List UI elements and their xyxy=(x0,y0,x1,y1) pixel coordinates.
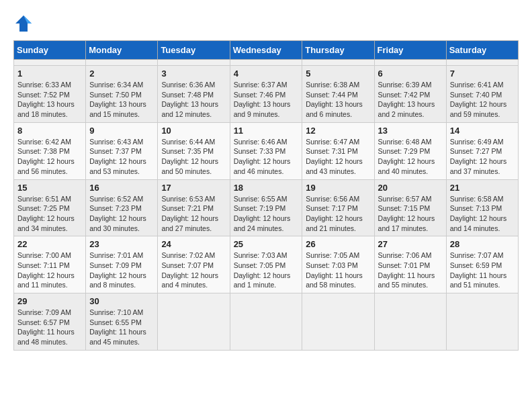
day-info: Sunrise: 7:01 AM Sunset: 7:09 PM Dayligh… xyxy=(89,250,154,290)
day-info: Sunrise: 6:38 AM Sunset: 7:44 PM Dayligh… xyxy=(306,80,370,120)
calendar-cell: 3Sunrise: 6:36 AM Sunset: 7:48 PM Daylig… xyxy=(158,66,230,123)
calendar-cell: 12Sunrise: 6:47 AM Sunset: 7:31 PM Dayli… xyxy=(302,122,374,179)
calendar-cell: 26Sunrise: 7:05 AM Sunset: 7:03 PM Dayli… xyxy=(302,236,374,293)
day-info: Sunrise: 7:06 AM Sunset: 7:01 PM Dayligh… xyxy=(378,250,443,290)
day-number: 21 xyxy=(450,183,515,193)
calendar-cell: 25Sunrise: 7:03 AM Sunset: 7:05 PM Dayli… xyxy=(230,236,302,293)
day-number: 18 xyxy=(234,183,299,193)
calendar-cell: 5Sunrise: 6:38 AM Sunset: 7:44 PM Daylig… xyxy=(302,66,374,123)
col-header-tuesday: Tuesday xyxy=(158,41,230,60)
day-info: Sunrise: 6:57 AM Sunset: 7:15 PM Dayligh… xyxy=(378,194,443,234)
calendar-cell xyxy=(374,293,446,351)
day-info: Sunrise: 6:51 AM Sunset: 7:25 PM Dayligh… xyxy=(17,194,82,234)
calendar-cell: 28Sunrise: 7:07 AM Sunset: 6:59 PM Dayli… xyxy=(446,236,518,293)
day-number: 24 xyxy=(161,239,226,249)
calendar-cell xyxy=(302,60,374,66)
day-number: 19 xyxy=(306,183,370,193)
calendar-cell: 29Sunrise: 7:09 AM Sunset: 6:57 PM Dayli… xyxy=(14,293,86,351)
calendar-cell: 27Sunrise: 7:06 AM Sunset: 7:01 PM Dayli… xyxy=(374,236,446,293)
logo-icon xyxy=(13,13,34,34)
day-info: Sunrise: 6:56 AM Sunset: 7:17 PM Dayligh… xyxy=(306,194,370,234)
day-number: 17 xyxy=(161,183,226,193)
calendar-cell: 21Sunrise: 6:58 AM Sunset: 7:13 PM Dayli… xyxy=(446,179,518,236)
calendar-cell xyxy=(446,60,518,66)
calendar-cell: 17Sunrise: 6:53 AM Sunset: 7:21 PM Dayli… xyxy=(158,179,230,236)
day-info: Sunrise: 6:49 AM Sunset: 7:27 PM Dayligh… xyxy=(450,137,515,177)
day-number: 14 xyxy=(450,126,515,136)
day-number: 22 xyxy=(17,239,82,249)
calendar-cell: 1Sunrise: 6:33 AM Sunset: 7:52 PM Daylig… xyxy=(14,66,86,123)
calendar-cell: 18Sunrise: 6:55 AM Sunset: 7:19 PM Dayli… xyxy=(230,179,302,236)
day-number: 10 xyxy=(161,126,226,136)
day-info: Sunrise: 6:53 AM Sunset: 7:21 PM Dayligh… xyxy=(161,194,226,234)
header xyxy=(13,13,519,34)
day-info: Sunrise: 6:47 AM Sunset: 7:31 PM Dayligh… xyxy=(306,137,370,177)
calendar-cell xyxy=(86,60,158,66)
col-header-monday: Monday xyxy=(86,41,158,60)
day-info: Sunrise: 6:36 AM Sunset: 7:48 PM Dayligh… xyxy=(161,80,226,120)
calendar-cell xyxy=(158,60,230,66)
day-number: 6 xyxy=(378,68,443,79)
day-info: Sunrise: 6:37 AM Sunset: 7:46 PM Dayligh… xyxy=(234,80,299,120)
day-number: 7 xyxy=(450,68,515,79)
day-info: Sunrise: 6:42 AM Sunset: 7:38 PM Dayligh… xyxy=(17,137,82,177)
calendar-cell xyxy=(158,293,230,351)
col-header-thursday: Thursday xyxy=(302,41,374,60)
day-info: Sunrise: 7:00 AM Sunset: 7:11 PM Dayligh… xyxy=(17,250,82,290)
day-number: 3 xyxy=(161,68,226,79)
calendar-cell xyxy=(230,60,302,66)
day-number: 29 xyxy=(17,296,82,306)
day-number: 1 xyxy=(17,68,82,79)
calendar-cell: 2Sunrise: 6:34 AM Sunset: 7:50 PM Daylig… xyxy=(86,66,158,123)
day-number: 2 xyxy=(89,68,154,79)
calendar-cell: 30Sunrise: 7:10 AM Sunset: 6:55 PM Dayli… xyxy=(86,293,158,351)
day-info: Sunrise: 6:44 AM Sunset: 7:35 PM Dayligh… xyxy=(161,137,226,177)
day-info: Sunrise: 6:46 AM Sunset: 7:33 PM Dayligh… xyxy=(234,137,299,177)
day-number: 25 xyxy=(234,239,299,249)
day-number: 13 xyxy=(378,126,443,136)
day-number: 12 xyxy=(306,126,370,136)
day-info: Sunrise: 7:09 AM Sunset: 6:57 PM Dayligh… xyxy=(17,308,82,347)
calendar-cell: 16Sunrise: 6:52 AM Sunset: 7:23 PM Dayli… xyxy=(86,179,158,236)
calendar-cell: 15Sunrise: 6:51 AM Sunset: 7:25 PM Dayli… xyxy=(14,179,86,236)
calendar-cell: 7Sunrise: 6:41 AM Sunset: 7:40 PM Daylig… xyxy=(446,66,518,123)
day-info: Sunrise: 6:43 AM Sunset: 7:37 PM Dayligh… xyxy=(89,137,154,177)
calendar-cell: 14Sunrise: 6:49 AM Sunset: 7:27 PM Dayli… xyxy=(446,122,518,179)
calendar-cell: 20Sunrise: 6:57 AM Sunset: 7:15 PM Dayli… xyxy=(374,179,446,236)
calendar-cell: 6Sunrise: 6:39 AM Sunset: 7:42 PM Daylig… xyxy=(374,66,446,123)
day-info: Sunrise: 7:03 AM Sunset: 7:05 PM Dayligh… xyxy=(234,250,299,290)
day-info: Sunrise: 6:58 AM Sunset: 7:13 PM Dayligh… xyxy=(450,194,515,234)
col-header-wednesday: Wednesday xyxy=(230,41,302,60)
calendar-cell: 4Sunrise: 6:37 AM Sunset: 7:46 PM Daylig… xyxy=(230,66,302,123)
logo xyxy=(13,13,38,34)
day-number: 4 xyxy=(234,68,299,79)
day-info: Sunrise: 6:48 AM Sunset: 7:29 PM Dayligh… xyxy=(378,137,443,177)
day-number: 9 xyxy=(89,126,154,136)
day-number: 11 xyxy=(234,126,299,136)
calendar-cell: 9Sunrise: 6:43 AM Sunset: 7:37 PM Daylig… xyxy=(86,122,158,179)
day-number: 5 xyxy=(306,68,370,79)
day-info: Sunrise: 6:52 AM Sunset: 7:23 PM Dayligh… xyxy=(89,194,154,234)
calendar-cell: 11Sunrise: 6:46 AM Sunset: 7:33 PM Dayli… xyxy=(230,122,302,179)
day-info: Sunrise: 6:34 AM Sunset: 7:50 PM Dayligh… xyxy=(89,80,154,120)
day-number: 27 xyxy=(378,239,443,249)
calendar-cell: 24Sunrise: 7:02 AM Sunset: 7:07 PM Dayli… xyxy=(158,236,230,293)
calendar-cell: 19Sunrise: 6:56 AM Sunset: 7:17 PM Dayli… xyxy=(302,179,374,236)
calendar-cell xyxy=(230,293,302,351)
day-number: 8 xyxy=(17,126,82,136)
day-info: Sunrise: 6:33 AM Sunset: 7:52 PM Dayligh… xyxy=(17,80,82,120)
day-number: 20 xyxy=(378,183,443,193)
day-number: 16 xyxy=(89,183,154,193)
day-number: 23 xyxy=(89,239,154,249)
col-header-saturday: Saturday xyxy=(446,41,518,60)
day-info: Sunrise: 6:39 AM Sunset: 7:42 PM Dayligh… xyxy=(378,80,443,120)
day-info: Sunrise: 7:10 AM Sunset: 6:55 PM Dayligh… xyxy=(89,308,154,347)
calendar-cell: 22Sunrise: 7:00 AM Sunset: 7:11 PM Dayli… xyxy=(14,236,86,293)
day-info: Sunrise: 6:55 AM Sunset: 7:19 PM Dayligh… xyxy=(234,194,299,234)
day-number: 28 xyxy=(450,239,515,249)
col-header-sunday: Sunday xyxy=(14,41,86,60)
day-info: Sunrise: 7:07 AM Sunset: 6:59 PM Dayligh… xyxy=(450,250,515,290)
calendar-cell xyxy=(446,293,518,351)
calendar-cell xyxy=(374,60,446,66)
calendar-cell: 8Sunrise: 6:42 AM Sunset: 7:38 PM Daylig… xyxy=(14,122,86,179)
